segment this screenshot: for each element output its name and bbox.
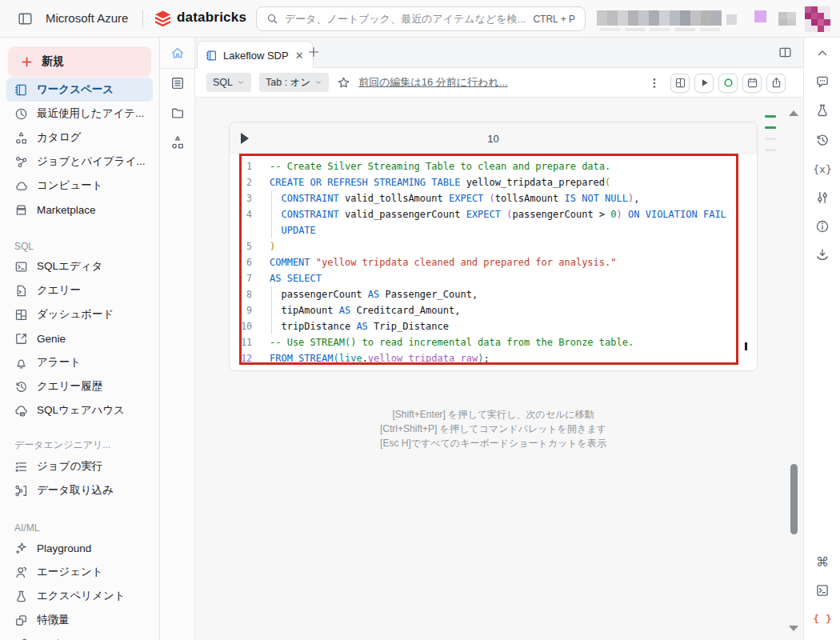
search-placeholder: データ、ノートブック、最近のアイテムなどを検... [285, 12, 526, 26]
calendar-icon [746, 77, 758, 89]
schedule-button[interactable] [742, 74, 762, 93]
sidebar-item-label: コンピュート [37, 178, 103, 193]
global-search-input[interactable]: データ、ノートブック、最近のアイテムなどを検... CTRL + P [256, 6, 586, 31]
code-line: 7AS SELECT [230, 270, 757, 286]
code-line: 1-- Create Silver Streaming Table to cle… [230, 158, 757, 174]
sidebar-item-label: ジョブとパイプライ... [37, 154, 146, 169]
new-tab-button[interactable] [307, 46, 320, 58]
run-all-button[interactable] [694, 74, 714, 93]
experiments-icon[interactable] [815, 103, 830, 118]
keyboard-hints: [Shift+Enter] を押して実行し、次のセルに移動[Ctrl+Shift… [195, 407, 791, 450]
compute-status-button[interactable] [718, 74, 738, 93]
sidebar-item-cloud[interactable]: コンピュート [6, 174, 153, 198]
tab-lakeflow-sdp[interactable]: Lakeflow SDP ✕ [197, 41, 314, 69]
line-number: 1 [230, 158, 263, 174]
main-sidebar: 新規 ワークスペース最近使用したアイテ...カタログジョブとパイプライ...コン… [0, 38, 160, 640]
redacted-user-info [597, 10, 722, 26]
command-palette-icon[interactable]: ⌘ [815, 554, 830, 569]
top-bar: Microsoft Azure databricks データ、ノートブック、最近… [0, 0, 840, 38]
code-line: 2CREATE OR REFRESH STREAMING TABLE yello… [230, 174, 757, 190]
sidebar-item-ingest[interactable]: データ取り込み [6, 478, 153, 502]
home-icon[interactable] [170, 46, 185, 60]
sidebar-item-catalog[interactable]: カタログ [6, 126, 153, 150]
agent-icon [14, 566, 28, 579]
tab-close-icon[interactable]: ✕ [294, 50, 305, 62]
sidebar-item-history[interactable]: クエリー履歴 [6, 374, 153, 398]
code-line: 6COMMENT "yellow tripdata cleaned and pr… [230, 254, 757, 270]
chevron-up-icon[interactable] [815, 46, 830, 60]
sidebar-item-genie[interactable]: Genie [6, 326, 153, 350]
sidebar-item-agent[interactable]: エージェント [6, 560, 153, 584]
right-rail: {x}⌘{ } [803, 38, 840, 640]
last-edit-link[interactable]: 前回の編集は16 分前に行われ... [358, 75, 507, 90]
sparkle-icon [14, 542, 28, 555]
sidebar-item-label: データ取り込み [37, 483, 114, 498]
scrollbar-up-arrow[interactable] [789, 110, 798, 116]
kebab-menu-icon[interactable] [648, 77, 661, 90]
tab-strip: Lakeflow SDP ✕ [195, 38, 803, 68]
bell-icon [14, 356, 28, 370]
catalog-panel-icon[interactable] [170, 135, 185, 150]
sidebar-item-models[interactable]: モデル [6, 632, 153, 640]
split-view-icon[interactable] [778, 46, 792, 59]
sidebar-toggle-button[interactable] [18, 11, 33, 26]
code-line: 5) [230, 238, 757, 254]
line-number: 9 [230, 302, 263, 318]
environment-icon[interactable] [815, 248, 830, 262]
adjustments-icon[interactable] [815, 190, 830, 205]
favorite-star-icon[interactable] [337, 76, 350, 90]
line-number: 3 [230, 190, 263, 206]
change-marker-pale [765, 138, 776, 140]
sql-code-editor[interactable]: 1-- Create Silver Streaming Table to cle… [230, 154, 757, 370]
genie-icon [14, 332, 28, 346]
sidebar-item-label: Genie [37, 333, 66, 345]
code-line: 8 passengerCount AS Passenger_Count, [230, 286, 757, 302]
sidebar-item-workspace[interactable]: ワークスペース [6, 78, 153, 102]
sidebar-item-runs[interactable]: ジョブの実行 [6, 454, 153, 478]
json-braces-icon[interactable]: { } [815, 611, 830, 626]
sidebar-item-label: カタログ [37, 130, 81, 145]
run-cell-button[interactable] [241, 133, 249, 144]
terminal-icon[interactable] [815, 583, 830, 598]
variable-explorer-icon[interactable]: {x} [815, 162, 830, 176]
workspace-icon [14, 83, 28, 97]
sidebar-item-sparkle[interactable]: Playground [6, 536, 153, 560]
folder-icon[interactable] [170, 106, 185, 120]
table-of-contents-icon[interactable] [170, 76, 185, 90]
sidebar-nav: ワークスペース最近使用したアイテ...カタログジョブとパイプライ...コンピュー… [0, 78, 159, 640]
change-marker-green [765, 126, 776, 129]
language-selector[interactable]: SQL [206, 73, 251, 92]
cell-count: 10 [230, 133, 757, 145]
tab-mode-selector[interactable]: Tab : オン [259, 73, 329, 92]
sidebar-item-label: アラート [37, 355, 81, 370]
keyboard-hint-line: [Ctrl+Shift+P] を押してコマンドパレットを開きます [195, 422, 791, 436]
scrollbar-down-arrow[interactable] [789, 626, 798, 631]
change-marker-pale [765, 149, 776, 151]
sidebar-item-bell[interactable]: アラート [6, 350, 153, 374]
scrollbar-thumb[interactable] [790, 464, 798, 534]
new-button[interactable]: 新規 [8, 46, 151, 77]
user-avatar-button[interactable] [805, 6, 830, 32]
info-icon[interactable] [815, 219, 830, 234]
tab-label: Lakeflow SDP [223, 50, 289, 62]
sidebar-item-sql-editor[interactable]: SQLエディタ [6, 254, 153, 278]
layout-button[interactable] [670, 74, 690, 93]
share-button[interactable] [766, 74, 786, 93]
line-number: 10 [230, 318, 263, 334]
sidebar-item-store[interactable]: Marketplace [6, 198, 153, 222]
line-number: 11 [230, 334, 263, 350]
sidebar-item-dashboard[interactable]: ダッシュボード [6, 302, 153, 326]
clock-icon [14, 107, 28, 121]
sidebar-item-query[interactable]: クエリー [6, 278, 153, 302]
topbar-divider [142, 10, 143, 28]
sidebar-item-label: エクスペリメント [37, 589, 126, 603]
sidebar-item-flask[interactable]: エクスペリメント [6, 584, 153, 608]
sidebar-item-clock[interactable]: 最近使用したアイテ... [6, 102, 153, 126]
sidebar-item-features[interactable]: 特徴量 [6, 608, 153, 632]
sidebar-item-pipelines[interactable]: ジョブとパイプライ... [6, 150, 153, 174]
version-history-icon[interactable] [815, 133, 830, 147]
line-number: 7 [230, 270, 263, 286]
comments-icon[interactable] [815, 74, 830, 89]
cloud-icon [14, 179, 28, 193]
sidebar-item-warehouse[interactable]: SQLウェアハウス [6, 398, 153, 422]
